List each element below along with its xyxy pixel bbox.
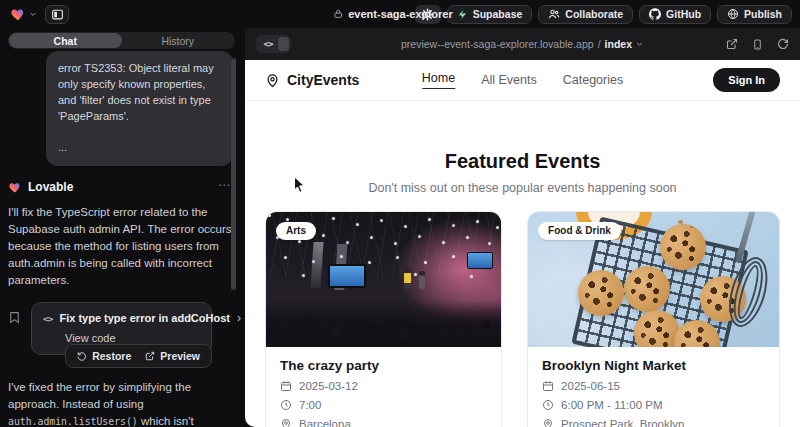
mobile-view-icon[interactable] <box>752 38 763 51</box>
decorative-cookie <box>578 270 624 316</box>
refresh-icon[interactable] <box>777 38 789 50</box>
publish-label: Publish <box>744 8 782 20</box>
assistant-header: Lovable ⋯ <box>8 180 233 194</box>
assistant-name: Lovable <box>28 180 73 194</box>
toggle-handle <box>278 37 289 51</box>
decorative-screen <box>328 264 366 288</box>
open-in-new-window-icon[interactable] <box>726 38 738 50</box>
publish-globe-icon <box>727 8 739 20</box>
tool-call-row: <> Fix type type error in addCoHost › Vi… <box>8 302 233 355</box>
decorative-cookie <box>624 266 670 312</box>
message-options-button[interactable]: ⋯ <box>218 178 231 192</box>
event-date-row: 2025-06-15 <box>542 380 765 392</box>
sign-in-button[interactable]: Sign In <box>713 68 780 92</box>
tab-history[interactable]: History <box>122 33 235 48</box>
github-label: GitHub <box>666 8 701 20</box>
chevron-right-icon: › <box>237 313 241 323</box>
featured-events-section: Featured Events Don't miss out on these … <box>245 150 800 195</box>
preview-panel: <> preview--event-saga-explorer.lovable.… <box>245 28 800 427</box>
event-time: 6:00 PM - 11:00 PM <box>561 399 662 411</box>
preview-toolbar: <> preview--event-saga-explorer.lovable.… <box>245 28 800 60</box>
nav-home[interactable]: Home <box>422 71 455 89</box>
decorative-screen <box>467 252 493 269</box>
clock-icon <box>542 399 554 411</box>
tool-card-header: <> Fix type type error in addCoHost › <box>43 312 200 324</box>
preview-url-bar[interactable]: preview--event-saga-explorer.lovable.app… <box>401 28 644 60</box>
code-icon: <> <box>43 313 52 324</box>
supabase-label: Supabase <box>473 8 523 20</box>
preview-url-separator: / <box>598 38 601 50</box>
lovable-heart-icon <box>8 181 22 194</box>
chevron-down-icon <box>458 10 467 19</box>
location-pin-icon <box>542 418 554 427</box>
sidebar-toggle-button[interactable] <box>45 5 69 24</box>
event-title: Brooklyn Night Market <box>542 358 765 373</box>
project-name: event-saga-explorer <box>348 8 453 20</box>
event-card-body: Brooklyn Night Market 2025-06-15 <box>528 347 779 427</box>
preview-button[interactable]: Preview <box>138 348 207 364</box>
event-card-body: The crazy party 2025-03-12 <box>266 347 501 427</box>
event-location: Barcelona <box>299 418 351 427</box>
event-time-row: 6:00 PM - 11:00 PM <box>542 399 765 411</box>
event-image-conference: Arts <box>266 212 501 347</box>
event-date: 2025-06-15 <box>561 380 620 392</box>
map-pin-icon <box>265 73 280 88</box>
preview-actions <box>726 38 789 51</box>
calendar-icon <box>542 380 554 392</box>
nav-categories[interactable]: Categories <box>563 73 623 87</box>
site-brand-name: CityEvents <box>287 72 359 88</box>
event-location: Prospect Park, Brooklyn <box>561 418 684 427</box>
event-image-cookies: Food & Drink <box>528 212 779 347</box>
code-icon: <> <box>258 39 278 49</box>
event-location-row: Prospect Park, Brooklyn <box>542 418 765 427</box>
tab-chat[interactable]: Chat <box>9 33 122 48</box>
event-time: 7:00 <box>299 399 321 411</box>
decorative-speaker <box>419 271 425 289</box>
bookmark-icon[interactable] <box>8 302 24 355</box>
event-title: The crazy party <box>280 358 487 373</box>
external-link-icon <box>145 351 155 361</box>
top-bar-actions: Supabase Collaborate GitHub <box>415 5 792 24</box>
section-heading: Featured Events <box>245 150 800 173</box>
collaborate-users-icon <box>548 8 560 20</box>
main-area: Chat History error TS2353: Object litera… <box>0 28 800 427</box>
chat-panel: Chat History error TS2353: Object litera… <box>0 28 245 427</box>
chat-history-tabs: Chat History <box>8 32 235 49</box>
restore-icon <box>77 351 87 361</box>
event-card[interactable]: Arts The crazy party 2025-03-12 <box>265 211 502 427</box>
view-code-link[interactable]: View code <box>65 332 200 344</box>
nav-all-events[interactable]: All Events <box>481 73 537 87</box>
decorative-shadow <box>266 301 501 347</box>
event-location-row: Barcelona <box>280 418 487 427</box>
restore-label: Restore <box>92 350 131 362</box>
decorative-lights <box>268 214 271 217</box>
collaborate-button[interactable]: Collaborate <box>538 5 633 24</box>
category-badge: Arts <box>276 222 316 240</box>
preview-url-host: preview--event-saga-explorer.lovable.app <box>401 38 594 50</box>
assistant-paragraph-1: I'll fix the TypeScript error related to… <box>8 204 233 289</box>
preview-url-page: index <box>605 38 632 50</box>
event-cards: Arts The crazy party 2025-03-12 <box>245 211 800 427</box>
user-message-truncation: ... <box>58 139 221 155</box>
chat-scrollbar-thumb[interactable] <box>231 58 236 290</box>
site-brand[interactable]: CityEvents <box>265 72 359 88</box>
version-actions-toolbar: Restore Preview <box>65 344 212 368</box>
publish-button[interactable]: Publish <box>717 5 792 24</box>
sidebar-toggle-icon <box>51 8 64 21</box>
chevron-down-icon <box>29 10 37 18</box>
top-bar: event-saga-explorer <box>0 0 800 28</box>
github-icon <box>649 8 661 20</box>
mouse-cursor <box>293 176 306 197</box>
restore-button[interactable]: Restore <box>70 348 138 364</box>
project-switcher[interactable]: event-saga-explorer <box>333 0 467 28</box>
inline-code: auth.admin.listUsers() <box>8 416 138 427</box>
clock-icon <box>280 399 292 411</box>
event-date-row: 2025-03-12 <box>280 380 487 392</box>
lovable-logo-menu[interactable] <box>8 5 39 24</box>
chevron-down-icon <box>636 40 644 48</box>
github-button[interactable]: GitHub <box>639 5 711 24</box>
location-pin-icon <box>280 418 292 427</box>
event-card[interactable]: Food & Drink Brooklyn Night Market 2025-… <box>527 211 780 427</box>
code-view-toggle[interactable]: <> <box>256 35 291 53</box>
site-header: CityEvents Home All Events Categories Si… <box>245 60 800 101</box>
